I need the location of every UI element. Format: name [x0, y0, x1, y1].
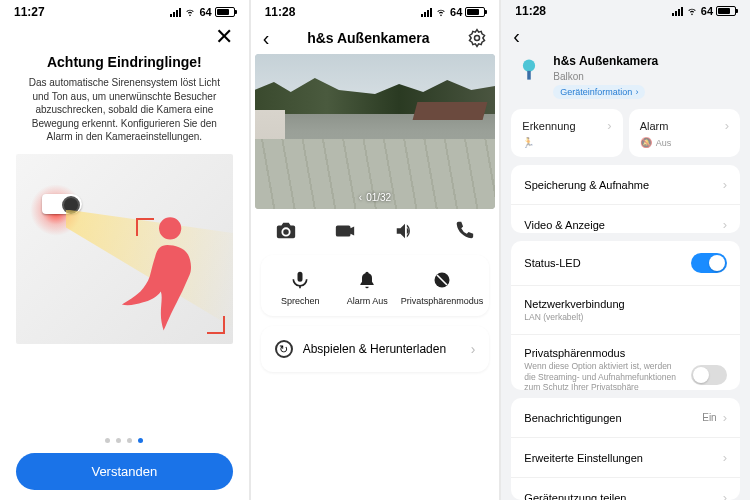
- onboarding-illustration: [16, 154, 233, 344]
- settings-icon[interactable]: [467, 28, 487, 48]
- battery-icon: [465, 7, 485, 17]
- status-icons: 64: [170, 6, 234, 18]
- close-icon[interactable]: ✕: [215, 26, 233, 48]
- device-info-chip[interactable]: Geräteinformation›: [553, 85, 645, 99]
- svg-rect-3: [528, 71, 532, 80]
- back-icon[interactable]: ‹: [263, 28, 270, 48]
- storage-row[interactable]: Speicherung & Aufnahme›: [511, 165, 740, 205]
- call-icon[interactable]: [452, 219, 476, 243]
- snapshot-icon[interactable]: [274, 219, 298, 243]
- onboarding-description: Das automatische Sirenensystem löst Lich…: [16, 76, 233, 144]
- screen-settings: 11:28 64 ‹ h&s Außenkamera Balkon Geräte…: [501, 0, 750, 500]
- signal-icon: [170, 7, 181, 17]
- page-title: h&s Außenkamera: [307, 30, 429, 46]
- bell-off-icon: 🔕: [640, 137, 652, 148]
- signal-icon: [421, 7, 432, 17]
- status-led-toggle[interactable]: [691, 253, 727, 273]
- svg-point-2: [523, 60, 535, 72]
- chevron-right-icon: ›: [607, 118, 611, 133]
- action-card: Sprechen Alarm Aus Privatsphärenmodus: [261, 255, 490, 316]
- notifications-row[interactable]: BenachrichtigungenEin›: [511, 398, 740, 438]
- chevron-right-icon: ›: [723, 410, 727, 425]
- wifi-icon: [435, 7, 447, 17]
- battery-percent: 64: [701, 5, 713, 17]
- advanced-settings-row[interactable]: Erweiterte Einstellungen›: [511, 438, 740, 478]
- understood-button[interactable]: Verstanden: [16, 453, 233, 490]
- clock: 11:28: [265, 5, 296, 19]
- screen-onboarding: 11:27 64 ✕ Achtung Eindringlinge! Das au…: [0, 0, 249, 500]
- chevron-right-icon: ›: [723, 490, 727, 500]
- privacy-toggle[interactable]: [691, 365, 727, 385]
- feed-counter: ‹01/32: [359, 192, 391, 203]
- device-location: Balkon: [553, 71, 658, 82]
- video-display-row[interactable]: Video & Anzeige›: [511, 205, 740, 233]
- network-row[interactable]: NetzwerkverbindungLAN (verkabelt): [511, 286, 740, 336]
- live-video-feed[interactable]: ‹01/32: [255, 54, 496, 209]
- wifi-icon: [184, 7, 196, 17]
- battery-icon: [716, 6, 736, 16]
- battery-percent: 64: [199, 6, 211, 18]
- detection-card[interactable]: Erkennung› 🏃: [511, 109, 622, 157]
- status-icons: 64: [672, 5, 736, 17]
- alarm-off-button[interactable]: Alarm Aus: [334, 269, 401, 306]
- battery-percent: 64: [450, 6, 462, 18]
- playback-icon: [275, 340, 293, 358]
- onboarding-title: Achtung Eindringlinge!: [16, 54, 233, 70]
- camera-illustration: [42, 194, 82, 214]
- screen-live-view: 11:28 64 ‹ h&s Außenkamera ‹01/32 Sprech…: [251, 0, 500, 500]
- status-icons: 64: [421, 6, 485, 18]
- privacy-mode-row: PrivatsphärenmodusWenn diese Option akti…: [511, 335, 740, 390]
- alarm-card[interactable]: Alarm› 🔕Aus: [629, 109, 740, 157]
- page-indicator: [16, 430, 233, 443]
- nav-bar: ‹ h&s Außenkamera: [251, 22, 500, 52]
- back-icon[interactable]: ‹: [513, 26, 520, 46]
- battery-icon: [215, 7, 235, 17]
- record-icon[interactable]: [333, 219, 357, 243]
- chevron-right-icon: ›: [723, 450, 727, 465]
- chevron-right-icon: ›: [723, 217, 727, 232]
- chevron-right-icon: ›: [723, 177, 727, 192]
- device-icon: [515, 56, 543, 84]
- privacy-icon: [431, 269, 453, 291]
- intruder-illustration: [118, 206, 213, 336]
- device-header: h&s Außenkamera Balkon Geräteinformation…: [501, 46, 750, 109]
- bell-icon: [356, 269, 378, 291]
- privacy-mode-button[interactable]: Privatsphärenmodus: [401, 269, 484, 306]
- status-bar: 11:28 64: [501, 0, 750, 20]
- speak-button[interactable]: Sprechen: [267, 269, 334, 306]
- status-bar: 11:28 64: [251, 0, 500, 22]
- status-bar: 11:27 64: [0, 0, 249, 22]
- media-controls: [251, 209, 500, 255]
- clock: 11:27: [14, 5, 45, 19]
- playback-download-row[interactable]: Abspielen & Herunterladen ›: [261, 326, 490, 372]
- status-led-row: Status-LED: [511, 241, 740, 286]
- nav-bar: ‹: [501, 20, 750, 46]
- wifi-icon: [686, 6, 698, 16]
- person-running-icon: 🏃: [522, 137, 534, 148]
- chevron-right-icon: ›: [725, 118, 729, 133]
- device-name: h&s Außenkamera: [553, 54, 658, 68]
- clock: 11:28: [515, 4, 546, 18]
- speaker-icon[interactable]: [393, 219, 417, 243]
- share-device-row[interactable]: Gerätenutzung teilen›: [511, 478, 740, 500]
- chevron-right-icon: ›: [471, 341, 476, 357]
- signal-icon: [672, 6, 683, 16]
- svg-point-0: [475, 36, 480, 41]
- microphone-icon: [289, 269, 311, 291]
